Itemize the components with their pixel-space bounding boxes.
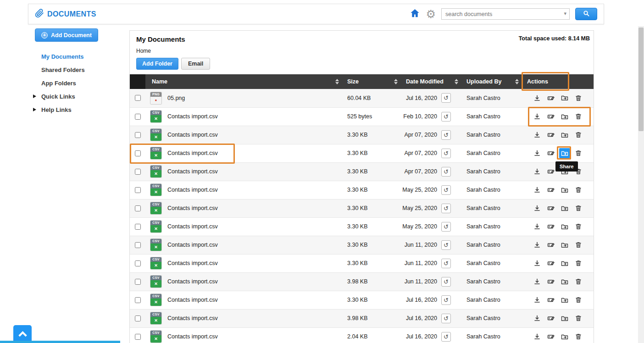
home-icon[interactable] [410, 8, 420, 20]
rename-button[interactable] [545, 221, 556, 232]
delete-button[interactable] [573, 277, 584, 287]
version-history-button[interactable]: ↺ [441, 167, 451, 177]
version-history-button[interactable]: ↺ [441, 332, 451, 342]
sort-icon[interactable] [394, 79, 398, 84]
share-button[interactable] [559, 240, 570, 250]
version-history-button[interactable]: ↺ [441, 295, 451, 305]
table-row[interactable]: CSV ✕ Contacts import.csv 3.30 KB Jun 11… [130, 236, 594, 254]
file-name[interactable]: Contacts import.csv [167, 278, 218, 285]
version-history-button[interactable]: ↺ [441, 204, 451, 213]
version-history-button[interactable]: ↺ [441, 222, 451, 232]
row-checkbox[interactable] [135, 187, 141, 193]
file-name[interactable]: Contacts import.csv [167, 223, 218, 230]
table-row[interactable]: CSV ✕ Contacts import.csv 3.98 KB Jul 16… [130, 309, 594, 327]
table-row[interactable]: CSV ✕ Contacts import.csv 3.30 KB Jun 11… [130, 254, 594, 272]
table-row[interactable]: CSV ✕ Contacts import.csv 525 bytes Feb … [130, 107, 594, 126]
share-button[interactable] [559, 203, 570, 213]
sort-icon[interactable] [335, 79, 339, 84]
page-scrollbar-thumb[interactable] [638, 28, 644, 131]
header-date-modified[interactable]: Date Modified [402, 74, 463, 89]
sort-icon[interactable] [455, 79, 458, 84]
download-button[interactable] [532, 313, 543, 323]
rename-button[interactable] [545, 277, 556, 287]
file-name[interactable]: Contacts import.csv [167, 205, 218, 211]
row-checkbox[interactable] [135, 205, 141, 211]
version-history-button[interactable]: ↺ [441, 112, 451, 122]
version-history-button[interactable]: ↺ [441, 130, 451, 140]
table-row[interactable]: PNG ● 05.png 60.04 KB Jul 16, 2020 ↺ Sar… [130, 89, 594, 107]
share-button[interactable] [559, 148, 570, 158]
download-button[interactable] [532, 166, 543, 177]
row-checkbox[interactable] [135, 95, 141, 101]
delete-button[interactable] [573, 130, 584, 140]
version-history-button[interactable]: ↺ [441, 240, 451, 250]
share-button[interactable] [559, 277, 570, 287]
file-name[interactable]: Contacts import.csv [167, 113, 218, 120]
download-button[interactable] [532, 130, 543, 140]
table-row[interactable]: CSV ✕ Contacts import.csv 3.30 KB Apr 07… [130, 144, 594, 162]
row-checkbox[interactable] [135, 297, 141, 303]
table-row[interactable]: CSV ✕ Contacts import.csv 3.30 KB May 25… [130, 217, 594, 236]
delete-button[interactable] [573, 313, 584, 323]
row-checkbox[interactable] [135, 224, 141, 230]
share-button[interactable] [559, 258, 570, 268]
rename-button[interactable] [545, 111, 556, 122]
row-checkbox[interactable] [135, 279, 141, 285]
download-button[interactable] [532, 185, 543, 195]
download-button[interactable] [532, 203, 543, 213]
chevron-down-icon[interactable]: ▾ [564, 11, 566, 17]
file-name[interactable]: Contacts import.csv [167, 242, 218, 248]
table-row[interactable]: CSV ✕ Contacts import.csv 3.98 KB Jun 11… [130, 272, 594, 291]
version-history-button[interactable]: ↺ [441, 185, 451, 195]
row-checkbox[interactable] [135, 334, 141, 340]
table-row[interactable]: CSV ✕ Contacts import.csv 3.30 KB May 25… [130, 199, 594, 217]
breadcrumb[interactable]: Home [136, 48, 587, 54]
version-history-button[interactable]: ↺ [441, 93, 451, 103]
rename-button[interactable] [545, 203, 556, 213]
share-button[interactable] [559, 332, 570, 342]
file-name[interactable]: Contacts import.csv [167, 168, 218, 175]
row-checkbox[interactable] [135, 150, 141, 156]
delete-button[interactable] [573, 148, 584, 158]
version-history-button[interactable]: ↺ [441, 277, 451, 287]
row-checkbox[interactable] [135, 114, 141, 120]
download-button[interactable] [532, 240, 543, 250]
file-name[interactable]: Contacts import.csv [167, 333, 218, 340]
row-checkbox[interactable] [135, 132, 141, 138]
header-uploaded-by[interactable]: Uploaded By [463, 74, 523, 89]
app-logo[interactable]: DOCUMENTS [35, 9, 96, 20]
share-button[interactable] [559, 313, 570, 323]
rename-button[interactable] [545, 240, 556, 250]
sidebar-item-app-folders[interactable]: App Folders [28, 77, 129, 90]
table-row[interactable]: CSV ✕ Contacts import.csv 3.30 KB Apr 07… [130, 126, 594, 144]
file-name[interactable]: Contacts import.csv [167, 132, 218, 138]
share-button[interactable] [559, 111, 570, 122]
download-button[interactable] [532, 148, 543, 158]
delete-button[interactable] [573, 258, 584, 268]
add-document-button[interactable]: + Add Document [35, 28, 98, 42]
delete-button[interactable] [573, 111, 584, 122]
row-checkbox[interactable] [135, 260, 141, 266]
rename-button[interactable] [545, 258, 556, 268]
share-button[interactable] [559, 221, 570, 232]
rename-button[interactable] [545, 148, 556, 158]
rename-button[interactable] [545, 185, 556, 195]
sidebar-item-help-links[interactable]: Help Links [28, 103, 129, 116]
download-button[interactable] [532, 111, 543, 122]
file-name[interactable]: Contacts import.csv [167, 297, 218, 303]
delete-button[interactable] [573, 240, 584, 250]
gear-icon[interactable]: ⚙ [426, 9, 436, 20]
table-row[interactable]: CSV ✕ Contacts import.csv 3.30 KB Jul 16… [130, 291, 594, 309]
table-row[interactable]: CSV ✕ Contacts import.csv 3.30 KB Apr 07… [130, 162, 594, 181]
file-name[interactable]: Contacts import.csv [167, 187, 218, 193]
file-name[interactable]: Contacts import.csv [167, 315, 218, 321]
download-button[interactable] [532, 221, 543, 232]
share-button[interactable] [559, 93, 570, 103]
sidebar-item-my-documents[interactable]: My Documents [28, 50, 129, 63]
share-button[interactable] [559, 130, 570, 140]
search-button[interactable] [575, 8, 597, 20]
download-button[interactable] [532, 258, 543, 268]
version-history-button[interactable]: ↺ [441, 259, 451, 268]
sidebar-item-shared-folders[interactable]: Shared Folders [28, 63, 129, 77]
row-checkbox[interactable] [135, 242, 141, 248]
